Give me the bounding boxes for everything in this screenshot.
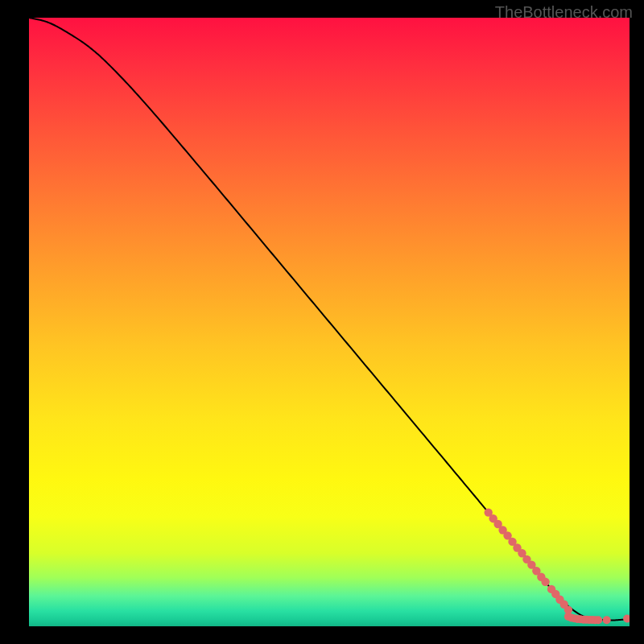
data-marker — [603, 616, 611, 624]
chart-svg — [29, 18, 630, 626]
watermark-text: TheBottleneck.com — [495, 3, 633, 22]
plot-area — [29, 18, 630, 626]
data-marker — [594, 616, 602, 624]
markers-group — [484, 508, 630, 624]
data-marker — [541, 578, 549, 586]
bottleneck-curve — [29, 18, 630, 621]
data-marker — [623, 615, 630, 623]
